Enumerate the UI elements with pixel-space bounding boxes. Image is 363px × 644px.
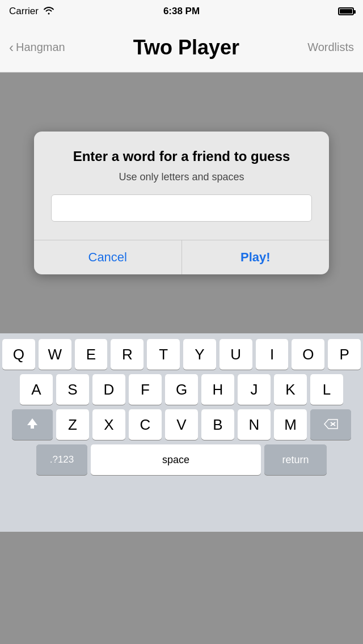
back-button[interactable]: ‹ Hangman xyxy=(9,41,65,54)
key-h[interactable]: H xyxy=(201,374,234,405)
battery-icon xyxy=(338,7,354,15)
key-e[interactable]: E xyxy=(75,339,108,370)
key-p[interactable]: P xyxy=(328,339,361,370)
wifi-icon xyxy=(43,6,54,18)
key-u[interactable]: U xyxy=(220,339,252,370)
status-right xyxy=(338,7,354,15)
word-entry-dialog: Enter a word for a friend to guess Use o… xyxy=(34,132,329,274)
shift-key[interactable] xyxy=(12,409,53,440)
key-q[interactable]: Q xyxy=(2,339,35,370)
page-title: Two Player xyxy=(133,36,239,60)
delete-icon xyxy=(323,416,338,434)
status-bar: Carrier 6:38 PM xyxy=(0,0,363,23)
dialog-title: Enter a word for a friend to guess xyxy=(51,147,312,165)
key-v[interactable]: V xyxy=(165,409,198,440)
key-w[interactable]: W xyxy=(39,339,71,370)
key-k[interactable]: K xyxy=(274,374,307,405)
key-g[interactable]: G xyxy=(165,374,198,405)
keyboard-row-4: .?123 space return xyxy=(2,444,361,475)
return-key[interactable]: return xyxy=(264,444,327,475)
numbers-key[interactable]: .?123 xyxy=(36,444,87,475)
cancel-button[interactable]: Cancel xyxy=(34,240,182,274)
keyboard: Q W E R T Y U I O P A S D F G H J K L Z … xyxy=(0,333,363,532)
key-s[interactable]: S xyxy=(56,374,89,405)
svg-marker-0 xyxy=(27,418,37,429)
key-l[interactable]: L xyxy=(310,374,343,405)
key-c[interactable]: C xyxy=(129,409,162,440)
key-x[interactable]: X xyxy=(92,409,125,440)
keyboard-row-1: Q W E R T Y U I O P xyxy=(2,339,361,370)
keyboard-row-2: A S D F G H J K L xyxy=(2,374,361,405)
status-left: Carrier xyxy=(9,6,54,18)
key-f[interactable]: F xyxy=(129,374,162,405)
key-o[interactable]: O xyxy=(292,339,324,370)
main-content: Enter a word for a friend to guess Use o… xyxy=(0,73,363,333)
status-time: 6:38 PM xyxy=(163,6,200,17)
svg-marker-1 xyxy=(324,420,337,429)
dialog-body: Enter a word for a friend to guess Use o… xyxy=(34,132,329,235)
dialog-subtitle: Use only letters and spaces xyxy=(51,171,312,183)
wordlists-button[interactable]: Wordlists xyxy=(307,41,354,54)
back-label: Hangman xyxy=(16,41,65,54)
dialog-buttons: Cancel Play! xyxy=(34,240,329,274)
key-n[interactable]: N xyxy=(238,409,271,440)
nav-bar: ‹ Hangman Two Player Wordlists xyxy=(0,23,363,73)
key-z[interactable]: Z xyxy=(56,409,89,440)
keyboard-row-3: Z X C V B N M xyxy=(2,409,361,440)
key-r[interactable]: R xyxy=(111,339,143,370)
word-input-wrapper xyxy=(51,194,312,222)
key-y[interactable]: Y xyxy=(183,339,216,370)
word-input[interactable] xyxy=(58,201,305,215)
key-a[interactable]: A xyxy=(20,374,53,405)
shift-icon xyxy=(26,416,39,434)
carrier-label: Carrier xyxy=(9,6,39,17)
key-b[interactable]: B xyxy=(201,409,234,440)
chevron-left-icon: ‹ xyxy=(9,41,14,54)
key-i[interactable]: I xyxy=(256,339,289,370)
key-j[interactable]: J xyxy=(238,374,271,405)
key-m[interactable]: M xyxy=(274,409,307,440)
space-key[interactable]: space xyxy=(91,444,261,475)
key-d[interactable]: D xyxy=(92,374,125,405)
key-t[interactable]: T xyxy=(147,339,180,370)
delete-key[interactable] xyxy=(310,409,351,440)
play-button[interactable]: Play! xyxy=(182,240,330,274)
